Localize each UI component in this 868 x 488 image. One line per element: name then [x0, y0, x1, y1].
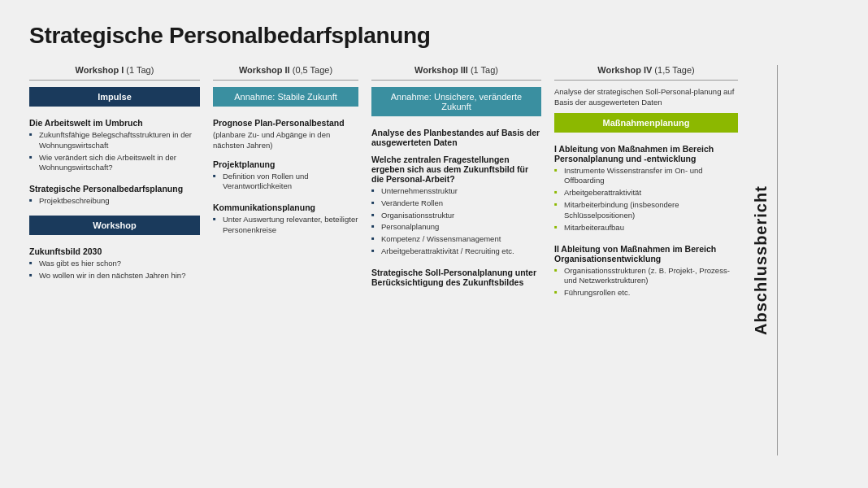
list-item: Arbeitgeberattraktivität / Recruiting et… [371, 246, 541, 257]
col2-section2-title: Projektplanung [213, 159, 358, 169]
workshop-box: Workshop [29, 216, 200, 235]
list-item: Organisationsstruktur [371, 211, 541, 221]
col3-bullets-1: Unternehmensstruktur Veränderte Rollen O… [371, 186, 541, 259]
col1-section1-title: Die Arbeitswelt im Umbruch [29, 118, 200, 128]
list-item: Veränderte Rollen [371, 198, 541, 209]
col3-section3-title: Strategische Soll-Personalplanung unter … [371, 268, 541, 287]
list-item: Was gibt es hier schon? [29, 259, 200, 269]
list-item: Arbeitgeberattraktivität [554, 188, 738, 198]
col2-section3-title: Kommunikationsplanung [213, 203, 358, 212]
workshop-1-header: Workshop I (1 Tag) [29, 65, 200, 81]
list-item: Organisationsstrukturen (z. B. Projekt-,… [554, 266, 738, 287]
col4-top-text: Analyse der strategischen Soll-Personal-… [554, 87, 738, 108]
col1-bullets-2: Projektbeschreibung [29, 196, 200, 208]
list-item: Unternehmensstruktur [371, 186, 541, 197]
list-item: Definition von Rollen und Verantwortlich… [213, 172, 358, 193]
col1-bullets-1: Zukunftsfähige Belegschaftsstrukturen in… [29, 130, 200, 175]
col3-section2-title: Welche zentralen Fragestellungen ergeben… [371, 155, 541, 184]
workshop-col-1: Workshop I (1 Tag) Impulse Die Arbeitswe… [29, 65, 208, 455]
list-item: Zukunftsfähige Belegschaftsstrukturen in… [29, 130, 200, 151]
workshop-3-header: Workshop III (1 Tag) [371, 65, 541, 81]
workshops-container: Workshop I (1 Tag) Impulse Die Arbeitswe… [29, 65, 839, 455]
col1-section3-title: Zukunftsbild 2030 [29, 246, 200, 256]
massnahmenplanung-box: Maßnahmenplanung [554, 113, 738, 133]
list-item: Instrumente Wissenstransfer im On- und O… [554, 166, 738, 187]
abschlussbericht-label: Abschlussbericht [752, 65, 778, 455]
col4-section2-title: II Ableitung von Maßnahmen im Bereich Or… [554, 244, 738, 264]
col1-bullets-3: Was gibt es hier schon? Wo wollen wir in… [29, 259, 200, 283]
col4-bullets-1: Instrumente Wissenstransfer im On- und O… [554, 166, 738, 235]
list-item: Personalplanung [371, 222, 541, 233]
workshop-col-4: Workshop IV (1,5 Tage) Analyse der strat… [549, 65, 744, 455]
abschlussbericht-col: Abschlussbericht [744, 65, 785, 455]
workshop-4-header: Workshop IV (1,5 Tage) [554, 65, 738, 81]
list-item: Kompetenz / Wissensmanagement [371, 234, 541, 245]
col4-bullets-2: Organisationsstrukturen (z. B. Projekt-,… [554, 266, 738, 300]
list-item: Unter Auswertung relevanter, beteiligter… [213, 215, 358, 236]
col1-section2-title: Strategische Personalbedarfsplanung [29, 184, 200, 194]
workshop-2-header: Workshop II (0,5 Tage) [213, 65, 358, 81]
list-item: Projektbeschreibung [29, 196, 200, 207]
workshop-col-3: Workshop III (1 Tag) Annahme: Unsichere,… [367, 65, 549, 455]
workshop-col-2: Workshop II (0,5 Tage) Annahme: Stabile … [208, 65, 367, 455]
impulse-box: Impulse [29, 87, 200, 107]
stabile-zukunft-box: Annahme: Stabile Zukunft [213, 87, 358, 107]
list-item: Wo wollen wir in den nächsten Jahren hin… [29, 271, 200, 281]
list-item: Führungsrollen etc. [554, 288, 738, 298]
page-title: Strategische Personalbedarfsplanung [29, 23, 839, 49]
col4-section1-title: I Ableitung von Maßnahmen im Bereich Per… [554, 144, 738, 163]
unsichere-zukunft-box: Annahme: Unsichere, veränderte Zukunft [371, 87, 541, 116]
col2-bullets-1: Definition von Rollen und Verantwortlich… [213, 172, 358, 194]
col2-plain-text: (planbare Zu- und Abgänge in den nächste… [213, 130, 358, 151]
col3-section1-title: Analyse des Planbestandes auf Basis der … [371, 128, 541, 147]
list-item: Wie verändert sich die Arbeitswelt in de… [29, 153, 200, 174]
col2-bullets-2: Unter Auswertung relevanter, beteiligter… [213, 215, 358, 237]
slide: Strategische Personalbedarfsplanung Work… [0, 0, 868, 488]
col2-section1-title: Prognose Plan-Personalbestand [213, 118, 358, 128]
list-item: Mitarbeiteraufbau [554, 223, 738, 233]
list-item: Mitarbeiterbindung (insbesondere Schlüss… [554, 200, 738, 221]
